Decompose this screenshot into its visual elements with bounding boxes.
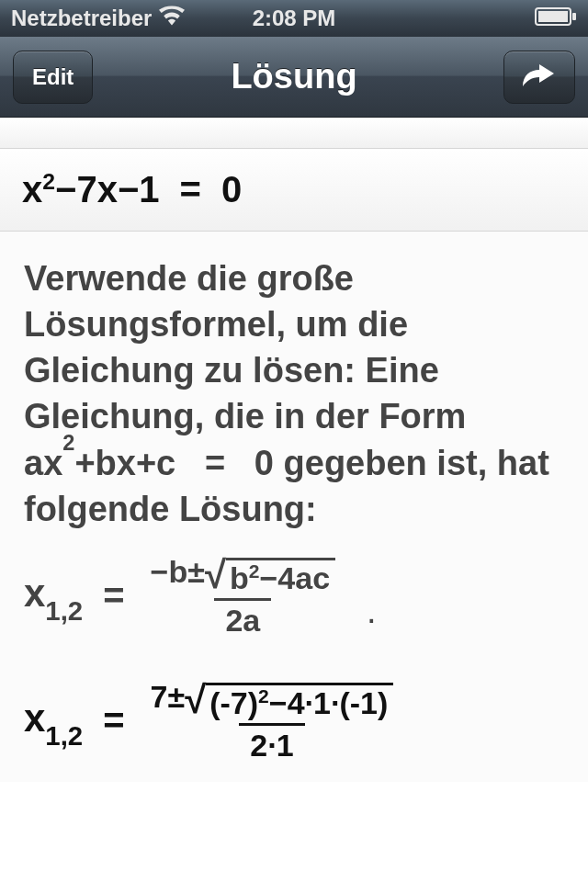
status-bar: Netzbetreiber 2:08 PM [0,0,588,37]
explanation-block: Verwende die große Lösungsformel, um die… [0,232,588,782]
equals-sign: = [103,700,124,741]
formula-fraction: 7±√(-7)2−4·1·(-1) 2·1 [145,679,400,763]
edit-button[interactable]: Edit [13,51,93,104]
wifi-icon [159,6,185,31]
quadratic-formula: x1,2 = −b±√b2−4ac 2a . [24,554,564,639]
carrier-label: Netzbetreiber [11,6,152,31]
sqrt-icon: √b2−4ac [205,558,335,596]
svg-rect-2 [572,13,576,20]
share-icon [521,61,558,94]
equation-lhs: x2−7x−1 [22,169,160,210]
clock: 2:08 PM [253,6,336,31]
equals-sign: = [103,575,124,616]
status-left: Netzbetreiber [11,6,185,31]
formula-fraction: −b±√b2−4ac 2a [145,554,341,639]
formula-lhs: x1,2 [24,571,83,621]
formula-lhs: x1,2 [24,696,83,746]
sqrt-icon: √(-7)2−4·1·(-1) [185,683,393,721]
nav-bar: Edit Lösung [0,37,588,118]
equation-row-standard: x2−7x−1 = 0 [0,149,588,232]
equation-rhs: 0 [221,169,242,210]
svg-rect-1 [538,11,568,22]
equation-row-partial: x − 7x = 1 [0,118,588,149]
battery-icon [535,6,577,31]
share-button[interactable] [503,51,575,104]
quadratic-formula-substituted: x1,2 = 7±√(-7)2−4·1·(-1) 2·1 [24,679,564,763]
solution-content[interactable]: x − 7x = 1 x2−7x−1 = 0 Verwende die groß… [0,118,588,882]
equals-sign: = [180,169,201,210]
page-title: Lösung [231,57,356,96]
explanation-text: Verwende die große Lösungsformel, um die… [24,255,564,532]
formula-period: . [367,592,377,639]
